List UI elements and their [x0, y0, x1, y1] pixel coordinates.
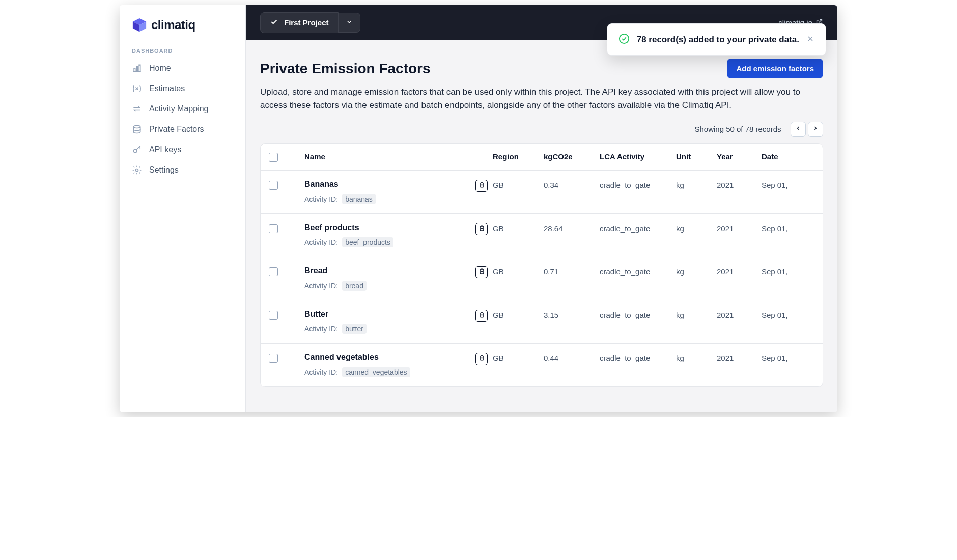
variable-icon — [132, 83, 142, 94]
row-checkbox[interactable] — [269, 224, 278, 233]
select-all-checkbox[interactable] — [269, 153, 278, 162]
activity-id-value: bread — [342, 281, 367, 291]
row-lca: cradle_to_gate — [600, 266, 676, 276]
sidebar-item-label: Home — [149, 64, 171, 73]
copy-button[interactable] — [475, 310, 488, 322]
clipboard-icon — [478, 182, 485, 190]
col-lca: LCA Activity — [600, 152, 676, 161]
row-date: Sep 01, — [762, 310, 823, 319]
row-date: Sep 01, — [762, 266, 823, 276]
sidebar-item-home[interactable]: Home — [120, 58, 245, 78]
brand-name: climatiq — [151, 18, 195, 32]
row-region: GB — [493, 223, 544, 233]
col-name: Name — [304, 152, 493, 161]
pager-prev-button[interactable] — [791, 122, 806, 137]
table-row: Beef products Activity ID: beef_products… — [261, 214, 823, 257]
row-date: Sep 01, — [762, 180, 823, 189]
svg-point-14 — [620, 34, 629, 43]
check-circle-icon — [618, 33, 630, 46]
table-row: Bread Activity ID: bread GB 0.71 cradle_… — [261, 257, 823, 300]
activity-id-label: Activity ID: — [304, 238, 338, 246]
activity-id-label: Activity ID: — [304, 282, 338, 290]
row-region: GB — [493, 180, 544, 189]
col-date: Date — [762, 152, 823, 161]
activity-id-value: canned_vegetables — [342, 367, 410, 377]
key-icon — [132, 145, 142, 155]
table-row: Bananas Activity ID: bananas GB 0.34 cra… — [261, 171, 823, 214]
col-region: Region — [493, 152, 544, 161]
gear-icon — [132, 165, 142, 175]
row-year: 2021 — [717, 353, 762, 362]
success-toast: 78 record(s) added to your private data. — [607, 23, 826, 56]
clipboard-icon — [478, 225, 485, 233]
project-dropdown-toggle[interactable] — [339, 13, 360, 33]
chevron-down-icon — [346, 18, 353, 27]
add-emission-factors-button[interactable]: Add emission factors — [727, 59, 823, 78]
row-kgco2e: 3.15 — [544, 310, 600, 319]
activity-id-value: bananas — [342, 194, 376, 204]
sidebar-item-activity-mapping[interactable]: Activity Mapping — [120, 99, 245, 119]
row-unit: kg — [676, 266, 717, 276]
sidebar-item-label: Estimates — [149, 84, 185, 93]
toast-close-button[interactable] — [806, 35, 814, 45]
row-name: Butter — [304, 310, 367, 319]
activity-id-label: Activity ID: — [304, 325, 338, 333]
sidebar-item-settings[interactable]: Settings — [120, 160, 245, 180]
swap-icon — [132, 104, 142, 114]
copy-button[interactable] — [475, 266, 488, 278]
col-unit: Unit — [676, 152, 717, 161]
row-kgco2e: 0.34 — [544, 180, 600, 189]
row-checkbox[interactable] — [269, 311, 278, 320]
logo-cube-icon — [132, 17, 147, 33]
sidebar-item-label: Private Factors — [149, 125, 204, 134]
sidebar: climatiq DASHBOARD Home Estimates Activi… — [120, 5, 246, 412]
brand-logo[interactable]: climatiq — [120, 15, 245, 42]
sidebar-item-estimates[interactable]: Estimates — [120, 78, 245, 99]
row-name: Bread — [304, 266, 367, 275]
database-icon — [132, 124, 142, 134]
row-date: Sep 01, — [762, 353, 823, 362]
sidebar-item-label: Settings — [149, 165, 179, 175]
row-kgco2e: 0.44 — [544, 353, 600, 362]
clipboard-icon — [478, 312, 485, 320]
copy-button[interactable] — [475, 223, 488, 235]
project-name: First Project — [284, 18, 329, 27]
row-year: 2021 — [717, 223, 762, 233]
copy-button[interactable] — [475, 180, 488, 192]
sidebar-item-private-factors[interactable]: Private Factors — [120, 119, 245, 139]
row-date: Sep 01, — [762, 223, 823, 233]
svg-point-7 — [133, 149, 137, 153]
close-icon — [806, 36, 814, 44]
col-year: Year — [717, 152, 762, 161]
sidebar-item-api-keys[interactable]: API keys — [120, 139, 245, 160]
svg-rect-3 — [134, 68, 135, 72]
sidebar-item-label: Activity Mapping — [149, 104, 209, 114]
record-count-label: Showing 50 of 78 records — [694, 125, 781, 133]
svg-point-6 — [133, 126, 140, 128]
chevron-left-icon — [795, 125, 801, 133]
factors-table: Name Region kgCO2e LCA Activity Unit Yea… — [260, 143, 823, 387]
row-name: Bananas — [304, 180, 376, 189]
row-year: 2021 — [717, 310, 762, 319]
copy-button[interactable] — [475, 353, 488, 365]
row-unit: kg — [676, 223, 717, 233]
table-row: Canned vegetables Activity ID: canned_ve… — [261, 344, 823, 387]
check-icon — [270, 18, 278, 27]
row-name: Canned vegetables — [304, 353, 410, 362]
row-checkbox[interactable] — [269, 354, 278, 363]
activity-id-value: butter — [342, 324, 367, 334]
col-kgco2e: kgCO2e — [544, 152, 600, 161]
pager-next-button[interactable] — [808, 122, 823, 137]
row-checkbox[interactable] — [269, 267, 278, 276]
table-header: Name Region kgCO2e LCA Activity Unit Yea… — [261, 144, 823, 171]
activity-id-label: Activity ID: — [304, 368, 338, 376]
row-lca: cradle_to_gate — [600, 223, 676, 233]
table-row: Butter Activity ID: butter GB 3.15 cradl… — [261, 300, 823, 344]
row-checkbox[interactable] — [269, 181, 278, 190]
row-lca: cradle_to_gate — [600, 310, 676, 319]
row-region: GB — [493, 266, 544, 276]
chevron-right-icon — [812, 125, 819, 133]
project-button[interactable]: First Project — [260, 12, 339, 33]
row-year: 2021 — [717, 266, 762, 276]
activity-id-value: beef_products — [342, 237, 393, 247]
